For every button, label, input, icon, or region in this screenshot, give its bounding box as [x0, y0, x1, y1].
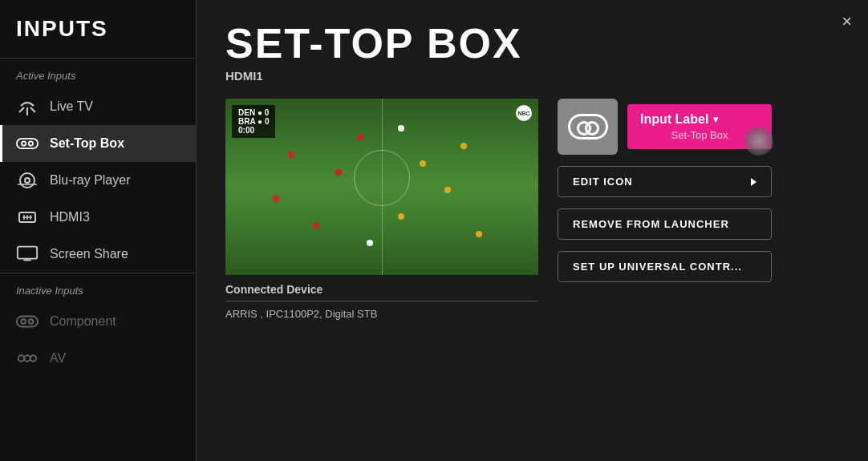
- svg-point-19: [29, 319, 34, 324]
- svg-point-22: [30, 355, 36, 361]
- chevron-down-icon: ▾: [713, 114, 718, 125]
- active-inputs-label: Active Inputs: [0, 58, 196, 88]
- content-row: DEN ● 0 BRA ● 0 0:00 NBC Connected Devic…: [225, 99, 839, 320]
- left-panel: DEN ● 0 BRA ● 0 0:00 NBC Connected Devic…: [225, 99, 538, 320]
- arrow-right-icon: [751, 178, 756, 186]
- input-label-top: Input Label ▾: [640, 112, 759, 127]
- sidebar-item-screen-share[interactable]: Screen Share: [0, 236, 196, 273]
- svg-point-5: [29, 141, 33, 145]
- icon-label-row: Input Label ▾ Set-Top Box: [558, 99, 772, 155]
- stb-icon-large: [568, 114, 608, 140]
- remove-from-launcher-button[interactable]: REMOVE FROM LAUNCHER: [558, 208, 772, 240]
- connected-device-value: ARRIS , IPC1100P2, Digital STB: [225, 308, 538, 320]
- svg-point-20: [18, 355, 24, 361]
- component-icon: [16, 313, 39, 330]
- svg-line-1: [19, 107, 24, 112]
- stb-icon: [16, 135, 39, 152]
- page-title: SET-TOP BOX: [225, 22, 839, 64]
- setup-universal-button[interactable]: SET UP UNIVERSAL CONTR...: [558, 251, 772, 282]
- sidebar-item-component[interactable]: Component: [0, 303, 196, 340]
- score-overlay: DEN ● 0 BRA ● 0 0:00: [232, 105, 275, 138]
- input-label-button[interactable]: Input Label ▾ Set-Top Box: [627, 104, 772, 149]
- blu-ray-label: Blu-ray Player: [50, 173, 130, 188]
- screen-share-label: Screen Share: [50, 247, 128, 261]
- live-tv-label: Live TV: [50, 99, 93, 114]
- set-top-box-label: Set-Top Box: [50, 136, 124, 151]
- page-subtitle: HDMI1: [225, 69, 839, 83]
- hdmi3-label: HDMI3: [50, 210, 90, 224]
- antenna-icon: [16, 98, 39, 115]
- svg-point-18: [22, 319, 26, 324]
- main-content: × SET-TOP BOX HDMI1: [197, 0, 868, 461]
- bluray-icon: [16, 172, 39, 189]
- input-label-heading: Input Label: [640, 112, 708, 127]
- sidebar-item-av[interactable]: AV: [0, 340, 196, 377]
- device-info: Connected Device ARRIS , IPC1100P2, Digi…: [225, 283, 538, 320]
- svg-point-6: [20, 173, 34, 188]
- setup-universal-label: SET UP UNIVERSAL CONTR...: [573, 261, 742, 273]
- svg-point-7: [25, 178, 30, 183]
- svg-point-4: [22, 141, 26, 145]
- connected-device-label: Connected Device: [225, 283, 538, 301]
- av-icon: [16, 350, 39, 367]
- close-button[interactable]: ×: [842, 13, 852, 30]
- sidebar-title: INPUTS: [0, 16, 196, 58]
- sidebar-item-hdmi3[interactable]: HDMI3: [0, 199, 196, 236]
- right-panel: Input Label ▾ Set-Top Box EDIT ICON REMO…: [558, 99, 772, 282]
- edit-icon-button[interactable]: EDIT ICON: [558, 166, 772, 197]
- icon-preview-box: [558, 99, 618, 155]
- av-label: AV: [50, 351, 66, 366]
- svg-point-21: [24, 355, 30, 361]
- svg-rect-3: [17, 139, 38, 148]
- sidebar-item-set-top-box[interactable]: Set-Top Box: [0, 125, 196, 162]
- svg-rect-14: [18, 247, 37, 259]
- broadcast-logo: NBC: [516, 105, 532, 121]
- screenshare-icon: [16, 245, 39, 263]
- hdmi-icon: [16, 208, 39, 226]
- edit-icon-label: EDIT ICON: [573, 176, 633, 188]
- input-label-value: Set-Top Box: [640, 129, 759, 141]
- sidebar: INPUTS Active Inputs Live TV Set-Top Box: [0, 0, 197, 461]
- sidebar-item-live-tv[interactable]: Live TV: [0, 88, 196, 125]
- center-circle: [354, 150, 410, 206]
- svg-line-2: [30, 107, 35, 112]
- sidebar-item-blu-ray[interactable]: Blu-ray Player: [0, 162, 196, 199]
- inactive-inputs-label: Inactive Inputs: [0, 273, 196, 303]
- svg-rect-17: [17, 316, 38, 326]
- remove-from-launcher-label: REMOVE FROM LAUNCHER: [573, 218, 729, 230]
- video-preview: DEN ● 0 BRA ● 0 0:00 NBC: [225, 99, 538, 275]
- component-label: Component: [50, 314, 116, 329]
